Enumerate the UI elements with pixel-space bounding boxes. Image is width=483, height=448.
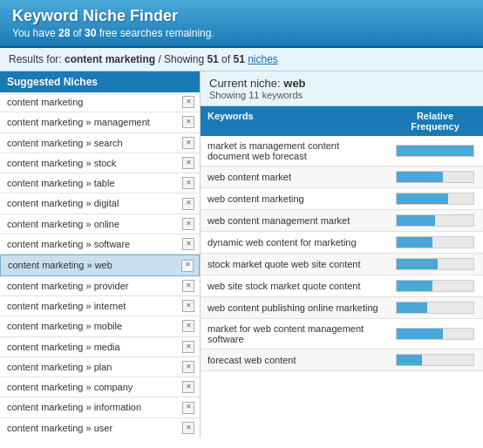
frequency-cell <box>387 254 483 275</box>
niche-item-label: content marketing » table <box>7 177 179 189</box>
niche-item[interactable]: content marketing » company✕ <box>0 377 200 397</box>
niche-item[interactable]: content marketing✕ <box>0 92 200 112</box>
niche-item[interactable]: content marketing » internet✕ <box>0 296 200 316</box>
niche-item-label: content marketing » management <box>7 116 179 128</box>
niche-item-icon[interactable]: ✕ <box>182 341 194 353</box>
keyword-cell: web content market <box>201 166 387 188</box>
right-panel-header: Current niche: web Showing 11 keywords <box>201 71 483 106</box>
niche-item-label: content marketing » digital <box>7 197 179 209</box>
niche-item-label: content marketing » company <box>7 381 179 393</box>
niche-item-icon[interactable]: ✕ <box>182 422 194 434</box>
niche-item-label: content marketing » mobile <box>7 320 179 332</box>
right-panel: Current niche: web Showing 11 keywords K… <box>201 71 483 438</box>
freq-bar-container <box>396 280 474 292</box>
niche-item-label: content marketing » online <box>7 218 179 230</box>
niche-item-label: content marketing » software <box>7 238 179 250</box>
frequency-cell <box>387 275 483 297</box>
niche-item-label: content marketing » media <box>7 341 179 353</box>
frequency-cell <box>387 136 483 166</box>
niche-item-label: content marketing » stock <box>7 157 179 169</box>
frequency-cell <box>387 232 483 254</box>
searches-used: 28 <box>58 27 70 39</box>
niche-item-icon[interactable]: ✕ <box>181 260 194 272</box>
keyword-cell: web content publishing online marketing <box>201 297 387 319</box>
freq-bar-container <box>396 354 474 366</box>
niche-item-icon[interactable]: ✕ <box>182 361 194 373</box>
niche-item[interactable]: content marketing » provider✕ <box>0 276 200 296</box>
freq-bar-container <box>396 193 474 205</box>
niche-item-label: content marketing » search <box>7 137 179 149</box>
niche-item[interactable]: content marketing » web✕ <box>0 255 200 275</box>
results-mid: / Showing <box>155 53 207 65</box>
keyword-cell: stock market quote web site content <box>201 254 387 275</box>
app-header: Keyword Niche Finder You have 28 of 30 f… <box>0 0 483 48</box>
niche-item-icon[interactable]: ✕ <box>182 300 194 312</box>
frequency-cell <box>387 297 483 319</box>
freq-bar-container <box>396 145 474 157</box>
niche-item[interactable]: content marketing » search✕ <box>0 133 200 153</box>
niche-name: web <box>283 77 305 90</box>
niche-list: content marketing✕content marketing » ma… <box>0 92 200 438</box>
niche-item-icon[interactable]: ✕ <box>182 238 194 250</box>
table-row: dynamic web content for marketing <box>201 232 483 254</box>
niche-item[interactable]: content marketing » plan✕ <box>0 357 200 377</box>
niche-item[interactable]: content marketing » digital✕ <box>0 193 200 214</box>
niche-label: Current niche: <box>209 77 283 90</box>
niche-item-icon[interactable]: ✕ <box>182 198 194 210</box>
niche-item-icon[interactable]: ✕ <box>182 402 194 414</box>
niche-item[interactable]: content marketing » online✕ <box>0 214 200 234</box>
niche-item-icon[interactable]: ✕ <box>182 116 194 128</box>
niche-item[interactable]: content marketing » mobile✕ <box>0 316 200 336</box>
table-row: web site stock market quote content <box>201 275 483 297</box>
niche-item-label: content marketing » information <box>7 401 179 413</box>
freq-bar <box>397 146 473 156</box>
results-count: 51 <box>207 53 218 65</box>
niche-item-icon[interactable]: ✕ <box>182 157 194 169</box>
results-bar: Results for: content marketing / Showing… <box>0 48 483 71</box>
keyword-cell: forecast web content <box>201 350 387 371</box>
freq-bar <box>397 302 427 313</box>
table-row: web content publishing online marketing <box>201 297 483 319</box>
niche-item-label: content marketing » plan <box>7 361 179 373</box>
frequency-cell <box>387 350 483 371</box>
niche-item[interactable]: content marketing » stock✕ <box>0 153 200 173</box>
niche-item-icon[interactable]: ✕ <box>182 96 194 108</box>
niche-item-icon[interactable]: ✕ <box>182 218 194 230</box>
niche-item[interactable]: content marketing » management✕ <box>0 112 200 132</box>
freq-bar-container <box>396 236 474 248</box>
frequency-cell <box>387 188 483 210</box>
keyword-cell: market for web content management softwa… <box>201 319 387 350</box>
freq-bar-container <box>396 214 474 227</box>
col-frequency: Relative Frequency <box>387 106 483 136</box>
search-count-subtitle: You have 28 of 30 free searches remainin… <box>12 27 471 39</box>
niche-item-label: content marketing » provider <box>7 280 179 292</box>
niche-item-icon[interactable]: ✕ <box>182 177 194 189</box>
table-row: forecast web content <box>201 350 483 371</box>
keyword-cell: web content management market <box>201 210 387 232</box>
results-total: 51 <box>233 53 244 65</box>
niche-item[interactable]: content marketing » media✕ <box>0 337 200 357</box>
niche-item-icon[interactable]: ✕ <box>182 320 194 332</box>
searches-total: 30 <box>85 27 96 39</box>
left-panel[interactable]: Suggested Niches content marketing✕conte… <box>0 71 201 438</box>
niche-item-icon[interactable]: ✕ <box>182 280 194 292</box>
niches-link[interactable]: niches <box>248 53 278 65</box>
freq-bar <box>397 172 443 182</box>
left-panel-header: Suggested Niches <box>0 71 200 92</box>
niche-item[interactable]: content marketing » table✕ <box>0 173 200 193</box>
current-niche-title: Current niche: web <box>209 77 474 90</box>
keyword-cell: web site stock market quote content <box>201 275 387 297</box>
niche-item[interactable]: content marketing » information✕ <box>0 397 200 417</box>
freq-bar <box>397 329 443 339</box>
frequency-cell <box>387 166 483 188</box>
niche-item-label: content marketing <box>7 96 179 108</box>
niche-item[interactable]: content marketing » software✕ <box>0 234 200 255</box>
keyword-cell: dynamic web content for marketing <box>201 232 387 254</box>
niche-item-icon[interactable]: ✕ <box>182 381 194 393</box>
niche-item-icon[interactable]: ✕ <box>182 137 194 149</box>
niche-item[interactable]: content marketing » user✕ <box>0 418 200 438</box>
table-row: web content management market <box>201 210 483 232</box>
keywords-tbody: market is management content document we… <box>201 136 483 371</box>
freq-bar <box>397 237 432 248</box>
freq-bar-container <box>396 171 474 183</box>
